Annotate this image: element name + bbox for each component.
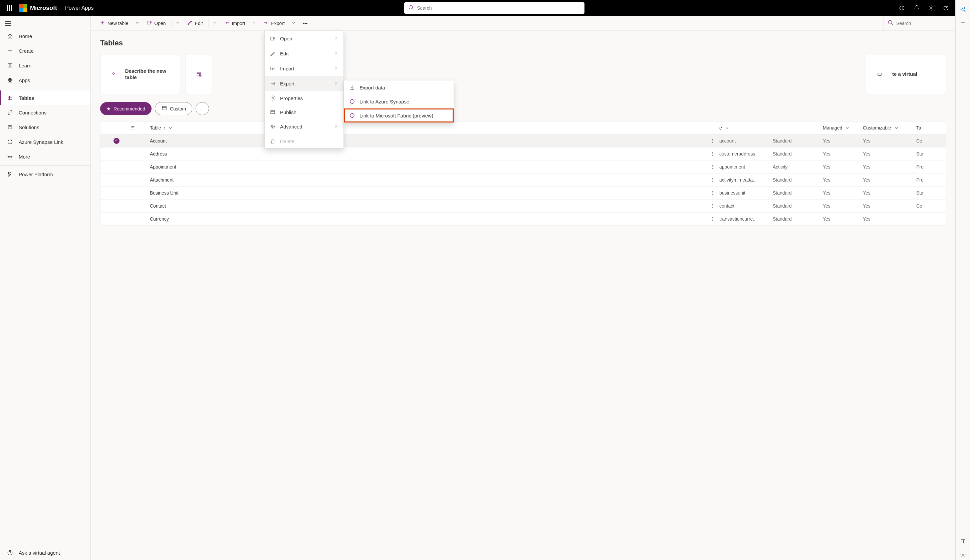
row-checkbox[interactable]: [113, 164, 120, 170]
nav-create[interactable]: Create: [0, 43, 90, 58]
menu-export-data[interactable]: Export data: [344, 80, 453, 95]
row-checkbox[interactable]: [113, 138, 120, 144]
rail-send-button[interactable]: [958, 4, 968, 15]
rail-panel-button[interactable]: [958, 536, 968, 547]
app-launcher-button[interactable]: [3, 1, 16, 15]
col-tags[interactable]: Ta: [916, 125, 943, 130]
row-checkbox[interactable]: [113, 190, 120, 196]
search-icon: [888, 20, 893, 27]
global-search[interactable]: [404, 2, 585, 14]
star-icon: ★: [107, 106, 111, 112]
nav-synapse-link[interactable]: Azure Synapse Link: [0, 135, 90, 149]
svg-rect-58: [162, 107, 166, 110]
nav-learn[interactable]: Learn: [0, 58, 90, 73]
microsoft-logo-icon: [19, 4, 27, 12]
row-more-button[interactable]: ⋮: [706, 151, 719, 157]
pill-custom[interactable]: Custom: [155, 102, 192, 115]
table-row[interactable]: Appointment⋮appointmentActivityYesYesPro: [100, 160, 946, 173]
cmd-import-chevron[interactable]: [250, 18, 258, 29]
row-checkbox[interactable]: [113, 203, 120, 209]
row-more-button[interactable]: ⋮: [706, 138, 719, 143]
cmd-open[interactable]: Open: [143, 18, 169, 29]
table-row[interactable]: Contact⋮contactStandardYesYesCo: [100, 200, 946, 213]
environment-button[interactable]: [895, 1, 908, 15]
row-more-button[interactable]: ⋮: [706, 177, 719, 183]
row-type: Standard: [773, 177, 823, 183]
menu-export[interactable]: Export: [265, 76, 343, 91]
notifications-button[interactable]: [910, 1, 923, 15]
row-more-button[interactable]: ⋮: [706, 216, 719, 222]
row-table-name: Attachment: [150, 177, 706, 183]
row-checkbox[interactable]: [113, 216, 120, 222]
right-rail: [955, 0, 970, 560]
help-button[interactable]: [939, 1, 953, 15]
cmd-edit-chevron[interactable]: [211, 18, 219, 29]
row-table-name: Address: [150, 151, 706, 157]
cmd-export-chevron[interactable]: [289, 18, 298, 29]
sidebar-toggle[interactable]: [0, 19, 90, 29]
cmd-new-table[interactable]: New table: [96, 18, 132, 29]
nav-solutions[interactable]: Solutions: [0, 120, 90, 135]
cmd-new-table-chevron[interactable]: [133, 18, 142, 29]
table-row[interactable]: Currency⋮transactioncurre...StandardYesY…: [100, 213, 946, 226]
bell-icon: [913, 5, 920, 11]
cmd-export[interactable]: Export: [260, 18, 288, 29]
card-upload[interactable]: [186, 54, 212, 94]
col-table[interactable]: Table ↑: [150, 125, 706, 131]
edit-icon: [187, 20, 193, 27]
nav-power-platform[interactable]: Power Platform: [0, 167, 90, 182]
row-logical-name: customeraddress: [719, 151, 773, 157]
menu-link-fabric[interactable]: Link to Microsoft Fabric (preview): [344, 108, 453, 122]
global-search-input[interactable]: [417, 5, 580, 11]
apps-icon: [7, 77, 13, 83]
row-more-button[interactable]: ⋮: [706, 190, 719, 195]
menu-open[interactable]: Open: [265, 31, 343, 46]
menu-import[interactable]: Import: [265, 61, 343, 76]
menu-advanced[interactable]: Advanced: [265, 119, 343, 134]
nav-tables[interactable]: Tables: [0, 90, 90, 105]
nav-more[interactable]: ••• More: [0, 149, 90, 164]
nav-agent[interactable]: Ask a virtual agent: [0, 545, 90, 560]
nav-home[interactable]: Home: [0, 29, 90, 43]
cmd-import[interactable]: Import: [221, 18, 249, 29]
row-checkbox[interactable]: [113, 177, 120, 183]
cmd-overflow[interactable]: •••: [299, 19, 311, 28]
row-tag: Co: [916, 203, 943, 208]
connection-icon: [7, 109, 13, 116]
menu-label: Link to Azure Synapse: [360, 99, 409, 105]
nav-connections[interactable]: Connections: [0, 105, 90, 120]
col-sort-icon[interactable]: [130, 125, 150, 131]
table-row[interactable]: Attachment⋮activitymimeatta...StandardYe…: [100, 173, 946, 187]
cmd-open-chevron[interactable]: [173, 18, 182, 29]
row-table-name: Contact: [150, 203, 706, 208]
rail-add-button[interactable]: [958, 17, 968, 28]
row-more-button[interactable]: ⋮: [706, 164, 719, 170]
col-name[interactable]: e: [719, 125, 773, 131]
row-checkbox[interactable]: [113, 151, 120, 157]
pill-recommended[interactable]: ★Recommended: [100, 102, 152, 115]
export-icon: [269, 81, 276, 87]
menu-link-synapse[interactable]: Link to Azure Synapse: [344, 95, 453, 108]
menu-delete[interactable]: Delete: [265, 134, 343, 148]
menu-properties[interactable]: Properties: [265, 91, 343, 105]
col-customizable[interactable]: Customizable: [863, 125, 916, 131]
card-describe-table[interactable]: Describe the new table: [100, 54, 180, 94]
nav-apps[interactable]: Apps: [0, 73, 90, 87]
settings-button[interactable]: [925, 1, 938, 15]
menu-publish[interactable]: Publish: [265, 105, 343, 119]
pill-label: Custom: [170, 106, 186, 112]
cmd-search-input[interactable]: [896, 21, 946, 26]
rail-settings-button[interactable]: [958, 549, 968, 560]
col-managed[interactable]: Managed: [823, 125, 863, 131]
table-row[interactable]: Business Unit⋮businessunitStandardYesYes…: [100, 187, 946, 200]
pill-more[interactable]: [196, 102, 209, 115]
row-more-button[interactable]: ⋮: [706, 203, 719, 208]
menu-edit[interactable]: Edit: [265, 46, 343, 61]
cmd-search[interactable]: [883, 16, 950, 30]
svg-rect-57: [878, 73, 882, 76]
cmd-edit[interactable]: Edit: [183, 18, 206, 29]
card-virtual[interactable]: te a virtual: [866, 54, 946, 94]
table-row[interactable]: Account⋮accountStandardYesYesCo: [100, 135, 946, 148]
table-row[interactable]: Address⋮customeraddressStandardYesYesSta: [100, 148, 946, 160]
chevron-right-icon: [333, 80, 339, 87]
